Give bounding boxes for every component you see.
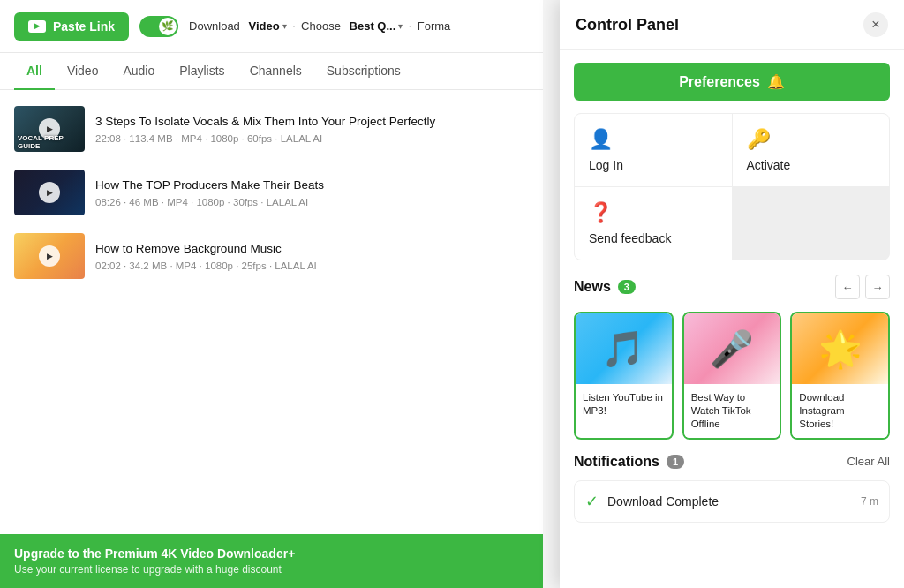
- video-item-3[interactable]: ▶ How to Remove Background Music 02:02 ·…: [0, 224, 543, 288]
- news-next-button[interactable]: →: [865, 275, 890, 299]
- tab-subscriptions[interactable]: Subscriptions: [314, 53, 413, 90]
- news-emoji-2: 🎤: [710, 328, 754, 370]
- tab-video[interactable]: Video: [55, 53, 111, 90]
- login-action[interactable]: 👤 Log In: [575, 114, 732, 186]
- question-icon: ❓: [589, 201, 718, 224]
- play-icon-2: ▶: [39, 182, 60, 203]
- notifications-title: Notifications: [574, 454, 659, 470]
- login-label: Log In: [589, 158, 718, 172]
- video-list: ▶ VOCAL PREP GUIDE 3 Steps To Isolate Vo…: [0, 90, 543, 534]
- news-section: News 3 ← → 🎵 Listen YouTube in MP3! 🎤 Be…: [560, 260, 904, 454]
- thumbnail-2: ▶: [14, 170, 85, 215]
- clear-all-button[interactable]: Clear All: [848, 455, 890, 468]
- thumbnail-1: ▶ VOCAL PREP GUIDE: [14, 106, 85, 152]
- panel-header: Control Panel ×: [560, 0, 904, 50]
- video-info-3: How to Remove Background Music 02:02 · 3…: [95, 241, 529, 271]
- news-card-image-2: 🎤: [684, 313, 780, 384]
- news-card-label-1: Listen YouTube in MP3!: [576, 384, 672, 425]
- video-item-2[interactable]: ▶ How The TOP Producers Make Their Beats…: [0, 161, 543, 224]
- video-meta-1: 22:08 · 113.4 MB · MP4 · 1080p · 60fps ·…: [95, 133, 529, 144]
- news-emoji-1: 🎵: [601, 328, 645, 370]
- news-prev-button[interactable]: ←: [835, 275, 860, 299]
- video-meta-2: 08:26 · 46 MB · MP4 · 1080p · 30fps · LA…: [95, 197, 529, 207]
- news-card-2[interactable]: 🎤 Best Way to Watch TikTok Offline: [682, 312, 782, 440]
- tab-playlists[interactable]: Playlists: [167, 53, 237, 90]
- video-item-1[interactable]: ▶ VOCAL PREP GUIDE 3 Steps To Isolate Vo…: [0, 97, 543, 161]
- news-card-3[interactable]: 🌟 Download Instagram Stories!: [790, 312, 890, 440]
- control-panel: Control Panel × Preferences 🔔 👤 Log In 🔑…: [560, 0, 904, 588]
- notifications-header: Notifications 1 Clear All: [574, 454, 890, 470]
- play-icon-3: ▶: [39, 245, 60, 267]
- notification-text-1: Download Complete: [607, 494, 719, 509]
- notification-item-1[interactable]: ✓ Download Complete 7 m: [574, 480, 890, 523]
- banner-title: Upgrade to the Premium 4K Video Download…: [14, 547, 529, 561]
- feedback-label: Send feedback: [589, 231, 718, 245]
- paste-link-button[interactable]: ▶ Paste Link: [14, 12, 129, 41]
- video-info-2: How The TOP Producers Make Their Beats 0…: [95, 177, 529, 207]
- header-controls: Download Video ▾ · Choose Best Q... ▾ · …: [189, 19, 450, 34]
- key-icon: 🔑: [747, 128, 876, 151]
- youtube-icon: ▶: [28, 20, 46, 33]
- news-card-image-1: 🎵: [576, 313, 672, 384]
- upgrade-banner[interactable]: Upgrade to the Premium 4K Video Download…: [0, 534, 543, 588]
- thumbnail-3: ▶: [14, 233, 85, 279]
- preferences-icon: 🔔: [767, 73, 785, 90]
- tab-channels[interactable]: Channels: [237, 53, 314, 90]
- news-card-label-2: Best Way to Watch TikTok Offline: [684, 384, 780, 438]
- notifications-section: Notifications 1 Clear All ✓ Download Com…: [560, 454, 904, 537]
- news-card-image-3: 🌟: [792, 313, 888, 384]
- close-button[interactable]: ×: [863, 12, 888, 37]
- checkmark-icon: ✓: [585, 492, 599, 511]
- news-card-label-3: Download Instagram Stories!: [792, 384, 888, 438]
- main-app-area: ▶ Paste Link 🌿 Download Video ▾ · Choose…: [0, 0, 543, 588]
- download-type-dropdown[interactable]: Download Video ▾: [189, 19, 287, 33]
- banner-subtitle: Use your current license to upgrade with…: [14, 563, 529, 576]
- video-title-2: How The TOP Producers Make Their Beats: [95, 177, 529, 193]
- video-meta-3: 02:02 · 34.2 MB · MP4 · 1080p · 25fps · …: [95, 260, 529, 271]
- news-header: News 3 ← →: [574, 275, 890, 299]
- news-emoji-3: 🌟: [818, 328, 863, 370]
- news-cards: 🎵 Listen YouTube in MP3! 🎤 Best Way to W…: [574, 312, 890, 440]
- video-title-3: How to Remove Background Music: [95, 241, 529, 257]
- notification-time-1: 7 m: [861, 495, 878, 508]
- download-toggle[interactable]: 🌿: [139, 16, 178, 37]
- video-info-1: 3 Steps To Isolate Vocals & Mix Them Int…: [95, 114, 529, 144]
- quality-arrow-icon: ▾: [398, 21, 403, 31]
- tab-audio[interactable]: Audio: [110, 53, 167, 90]
- notif-left: ✓ Download Complete: [585, 492, 719, 511]
- leaf-icon: 🌿: [162, 20, 174, 32]
- thumb-label-1: VOCAL PREP GUIDE: [18, 134, 85, 150]
- tab-bar: All Video Audio Playlists Channels Subsc…: [0, 53, 543, 90]
- news-badge: 3: [618, 280, 636, 294]
- toggle-knob: 🌿: [159, 18, 177, 35]
- news-title: News: [574, 279, 611, 295]
- feedback-action[interactable]: ❓ Send feedback: [575, 187, 732, 260]
- preferences-button[interactable]: Preferences 🔔: [574, 63, 890, 101]
- notif-title-area: Notifications 1: [574, 454, 684, 470]
- quality-dropdown[interactable]: Choose Best Q... ▾: [301, 19, 403, 33]
- news-title-area: News 3: [574, 279, 636, 295]
- activate-action[interactable]: 🔑 Activate: [733, 114, 890, 186]
- login-icon: 👤: [589, 128, 718, 151]
- news-card-1[interactable]: 🎵 Listen YouTube in MP3!: [574, 312, 674, 440]
- dropdown-arrow-icon: ▾: [282, 21, 287, 31]
- action-grid: 👤 Log In 🔑 Activate ❓ Send feedback: [574, 113, 890, 260]
- notifications-badge: 1: [667, 455, 684, 469]
- tab-all[interactable]: All: [14, 53, 55, 90]
- video-title-1: 3 Steps To Isolate Vocals & Mix Them Int…: [95, 114, 529, 130]
- app-header: ▶ Paste Link 🌿 Download Video ▾ · Choose…: [0, 0, 543, 53]
- news-navigation: ← →: [835, 275, 890, 299]
- panel-title: Control Panel: [576, 16, 679, 34]
- activate-label: Activate: [747, 158, 876, 172]
